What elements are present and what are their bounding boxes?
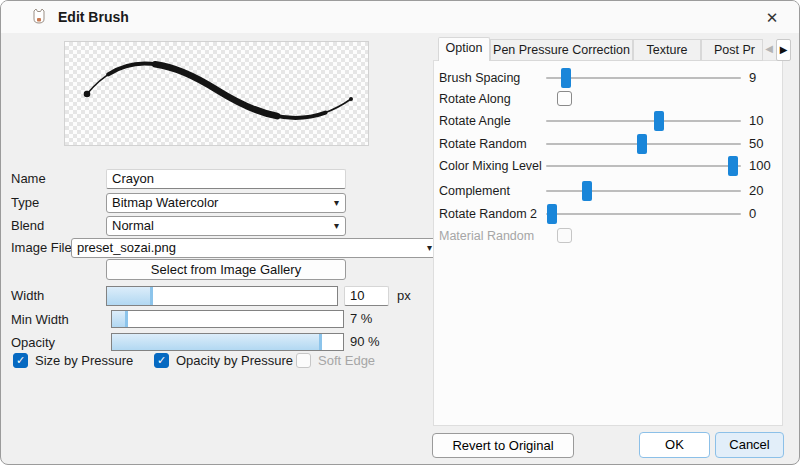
brush-spacing-slider[interactable] [546,68,741,88]
complement-value: 20 [749,181,763,201]
rotate-angle-value: 10 [749,111,763,131]
tab-scroll-right-icon[interactable]: ▶ [776,39,791,61]
rotate-random-slider[interactable] [546,134,741,154]
tab-option[interactable]: Option [438,37,490,61]
slider-handle[interactable] [547,204,557,224]
complement-slider[interactable] [546,181,741,201]
image-file-select[interactable]: preset_sozai.png ▾ [71,238,439,258]
rotate-random-2-label: Rotate Random 2 [439,204,537,224]
type-label: Type [11,193,39,213]
name-input[interactable]: Crayon [106,169,346,189]
slider-handle[interactable] [582,181,592,201]
brush-spacing-row: Brush Spacing 9 [433,68,781,88]
slider-track [546,165,741,167]
color-mixing-level-value: 100 [749,156,771,176]
width-value: 10 [350,288,364,303]
color-mixing-level-slider[interactable] [546,156,741,176]
color-mixing-level-label: Color Mixing Level [439,156,542,176]
chevron-down-icon: ▾ [427,239,432,257]
min-width-value: 7 % [350,310,372,328]
opacity-row: Opacity 90 % [1,333,433,353]
name-label: Name [11,169,46,189]
slider-track [546,77,741,79]
min-width-label: Min Width [11,310,69,330]
checkbox-label: Soft Edge [318,353,375,369]
rotate-along-label: Rotate Along [439,89,511,109]
blend-label: Blend [11,216,44,236]
blend-row: Blend Normal ▾ [1,216,433,236]
blend-value: Normal [112,218,154,233]
min-width-slider-fill [112,311,128,327]
material-random-row: Material Random ✓ [433,226,781,246]
complement-label: Complement [439,181,510,201]
option-rows: Brush Spacing 9 Rotate Along ✓ Rotate An… [433,60,783,426]
image-file-label: Image File [11,238,72,258]
rotate-random-2-slider[interactable] [546,204,741,224]
tab-post-process[interactable]: Post Pr [701,39,763,61]
rotate-random-label: Rotate Random [439,134,527,154]
tab-pen-pressure-correction[interactable]: Pen Pressure Correction [490,39,633,61]
check-icon: ✓ [154,353,169,368]
width-slider-fill [107,287,153,305]
brush-spacing-value: 9 [749,68,756,88]
rotate-random-row: Rotate Random 50 [433,134,781,154]
min-width-slider[interactable] [111,310,344,328]
brush-spacing-label: Brush Spacing [439,68,520,88]
image-file-value: preset_sozai.png [77,240,176,255]
edit-brush-dialog: Edit Brush ✕ Name Crayon Type Bitmap Wat… [0,0,800,465]
opacity-label: Opacity [11,333,55,353]
width-label: Width [11,286,44,306]
width-unit: px [397,286,411,306]
tab-texture[interactable]: Texture [633,39,701,61]
rotate-angle-slider[interactable] [546,111,741,131]
ok-button[interactable]: OK [639,432,710,458]
slider-handle[interactable] [728,156,738,176]
slider-handle[interactable] [654,111,664,131]
width-row: Width 10 px [1,286,433,306]
tab-scroll-left-icon[interactable]: ◀ [763,43,775,54]
min-width-row: Min Width 7 % [1,310,433,330]
blend-select[interactable]: Normal ▾ [106,216,346,236]
color-mixing-level-row: Color Mixing Level 100 [433,156,781,176]
width-value-input[interactable]: 10 [344,286,389,306]
slider-track [546,120,741,122]
type-value: Bitmap Watercolor [112,195,218,210]
chevron-down-icon: ▾ [334,194,339,212]
window-title: Edit Brush [58,9,129,25]
rotate-random-value: 50 [749,134,763,154]
checkbox-box [557,228,572,243]
name-value: Crayon [112,171,154,186]
revert-to-original-settings-button[interactable]: Revert to Original Settings [432,433,574,458]
slider-handle[interactable] [637,134,647,154]
checkbox-box [296,353,311,368]
brush-stroke-image [65,42,368,145]
type-select[interactable]: Bitmap Watercolor ▾ [106,193,346,213]
slider-track [546,190,741,192]
slider-track [546,213,741,215]
image-file-row: Image File preset_sozai.png ▾ [1,238,433,258]
type-row: Type Bitmap Watercolor ▾ [1,193,433,213]
checkbox-label: Opacity by Pressure [176,353,293,369]
checkbox-label: Size by Pressure [35,353,133,369]
opacity-slider[interactable] [111,333,344,351]
rotate-angle-label: Rotate Angle [439,111,511,131]
firealpaca-app-icon [30,8,48,26]
brush-preview [64,41,369,146]
checkbox-box [557,91,572,106]
material-random-label: Material Random [439,226,534,246]
rotate-angle-row: Rotate Angle 10 [433,111,781,131]
close-icon[interactable]: ✕ [761,7,783,29]
check-icon: ✓ [13,353,28,368]
complement-row: Complement 20 [433,181,781,201]
cancel-button[interactable]: Cancel [715,432,784,458]
chevron-down-icon: ▾ [334,217,339,235]
width-slider[interactable] [106,286,338,306]
slider-handle[interactable] [561,68,571,88]
opacity-slider-fill [112,334,322,350]
name-row: Name Crayon [1,169,433,189]
select-from-image-gallery-button[interactable]: Select from Image Gallery [106,259,346,280]
rotate-along-row: Rotate Along ✓ [433,89,781,109]
titlebar: Edit Brush ✕ [1,1,799,33]
rotate-random-2-value: 0 [749,204,756,224]
opacity-value: 90 % [350,333,380,351]
